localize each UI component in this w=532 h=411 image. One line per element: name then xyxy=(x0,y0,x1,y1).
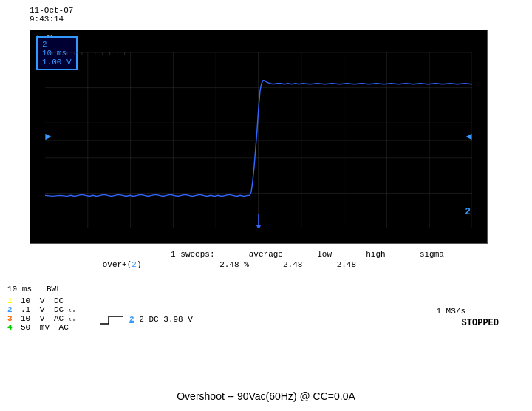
ch4-unit: mV xyxy=(35,323,50,332)
ch2-number: 2 xyxy=(7,305,16,314)
sample-rate-label: 1 MS/s xyxy=(436,307,466,316)
ch4-row: 4 50 mV AC xyxy=(7,323,76,332)
stopped-label: STOPPED xyxy=(462,318,499,328)
timebase-bwl-row: 10 ms BWL xyxy=(7,285,193,293)
sigma-value: - - - xyxy=(390,260,415,269)
chart-title: Overshoot -- 90Vac(60Hz) @ CC=0.0A xyxy=(0,390,532,402)
ch2-reading-value: 2 DC 3.98 V xyxy=(139,315,193,324)
ch3-voltage: 10 xyxy=(21,314,30,323)
date-label: 11-Oct-07 xyxy=(30,6,73,15)
bwl-label: BWL xyxy=(47,285,61,293)
ch1-row: 1 10 V DC xyxy=(7,296,76,305)
stopped-indicator-box xyxy=(449,319,457,327)
waveform-grid xyxy=(45,52,472,228)
ch2-signal-section: 2 2 DC 3.98 V xyxy=(98,307,193,332)
channel-settings: 1 10 V DC 2 .1 V DC ₗₘ 3 10 V AC ₗₘ 4 xyxy=(7,296,76,332)
ch2-bw: ₗₘ xyxy=(68,306,76,314)
stats-data-row: over+(2) 2.48 % 2.48 2.48 - - - xyxy=(30,260,488,269)
ch2-row: 2 .1 V DC ₗₘ xyxy=(7,305,76,314)
ch1-unit: V xyxy=(35,296,44,305)
right-trigger-marker: ◄ xyxy=(466,131,472,143)
ch4-voltage: 50 xyxy=(21,323,30,332)
ch3-unit: V xyxy=(35,314,44,323)
ch2-screen-label: 2 xyxy=(465,206,471,217)
left-trigger-marker: ► xyxy=(45,131,51,143)
ch3-bw: ₗₘ xyxy=(68,315,76,323)
average-value: 2.48 % xyxy=(219,260,249,269)
channels-container: 1 10 V DC 2 .1 V DC ₗₘ 3 10 V AC ₗₘ 4 xyxy=(7,296,193,332)
ch1-coupling: DC xyxy=(49,296,64,305)
svg-marker-29 xyxy=(256,225,261,228)
stats-bar: 1 sweeps: average low high sigma over+(2… xyxy=(30,250,488,269)
high-col-label: high xyxy=(366,250,385,259)
ch2-dc-reading: 2 2 DC 3.98 V xyxy=(129,315,193,324)
ch3-row: 3 10 V AC ₗₘ xyxy=(7,314,76,323)
stats-header-row: 1 sweeps: average low high sigma xyxy=(30,250,488,259)
bottom-panel: 10 ms BWL 1 10 V DC 2 .1 V DC ₗₘ 3 10 V xyxy=(7,285,193,332)
average-col-label: average xyxy=(249,250,283,259)
ch3-number: 3 xyxy=(7,314,16,323)
sweeps-count: 1 sweeps: xyxy=(171,250,214,259)
time-label: 9:43:14 xyxy=(30,15,73,24)
sigma-col-label: sigma xyxy=(420,250,444,259)
ch2-voltage: .1 xyxy=(21,305,30,314)
low-value: 2.48 xyxy=(283,260,302,269)
channel-number: 2 xyxy=(42,40,72,49)
ch4-number: 4 xyxy=(7,323,16,332)
timestamp: 11-Oct-07 9:43:14 xyxy=(30,6,73,24)
sweeps-label xyxy=(73,250,166,259)
high-value: 2.48 xyxy=(337,260,356,269)
measurement-label: over+(2) xyxy=(103,260,142,269)
timebase-label: 10 ms xyxy=(7,285,32,293)
stopped-container: STOPPED xyxy=(449,318,499,328)
ch3-coupling: AC xyxy=(49,314,64,323)
ch2-coupling: DC xyxy=(49,305,64,314)
ch2-unit: V xyxy=(35,305,44,314)
ch1-number: 1 xyxy=(7,296,16,305)
low-col-label: low xyxy=(317,250,332,259)
oscilloscope-screen: LeCroy 2 10 ms 1.00 V xyxy=(30,30,488,244)
step-waveform-icon xyxy=(98,312,125,327)
ch1-voltage: 10 xyxy=(21,296,30,305)
waveform-svg xyxy=(45,52,472,228)
ch4-coupling: AC xyxy=(54,323,69,332)
